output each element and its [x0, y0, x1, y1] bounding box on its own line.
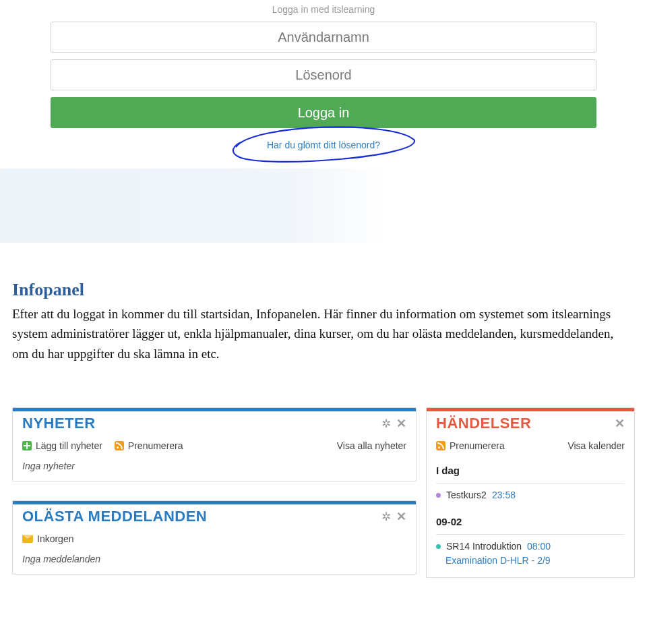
event-sub-link[interactable]: Examination D-HLR - 2/9: [445, 555, 551, 566]
password-input[interactable]: [51, 59, 596, 90]
decorative-banner: [0, 169, 647, 243]
plus-icon: [22, 441, 32, 450]
document-section: Infopanel Efter att du loggat in kommer …: [0, 243, 647, 370]
event-name: SR14 Introduktion: [446, 541, 522, 552]
event-group-heading: 09-02: [436, 516, 625, 531]
subscribe-events-label: Prenumerera: [450, 440, 505, 451]
gear-icon[interactable]: ✲: [381, 511, 391, 523]
events-panel: HÄNDELSER ✕ Prenumerera Visa kalender I …: [426, 407, 635, 578]
event-color-dot: [436, 544, 441, 549]
news-panel: NYHETER ✲ ✕ Lägg till nyheter Prenumerer…: [12, 407, 417, 481]
inbox-link[interactable]: Inkorgen: [22, 533, 73, 544]
subscribe-news-label: Prenumerera: [128, 440, 183, 451]
rss-icon: [436, 441, 445, 450]
close-icon[interactable]: ✕: [615, 417, 625, 430]
event-item[interactable]: SR14 Introduktion08:00: [436, 539, 625, 554]
event-color-dot: [436, 493, 441, 498]
news-panel-title: NYHETER: [22, 415, 96, 432]
unread-panel-title: OLÄSTA MEDDELANDEN: [22, 508, 207, 525]
show-calendar-link[interactable]: Visa kalender: [567, 440, 625, 451]
show-all-news-link[interactable]: Visa alla nyheter: [337, 440, 406, 451]
event-time-link[interactable]: 08:00: [527, 541, 551, 552]
event-group-heading: I dag: [436, 465, 625, 480]
login-card: Logga in med itslearning Logga in Har du…: [0, 0, 647, 155]
subscribe-news-link[interactable]: Prenumerera: [115, 440, 183, 451]
events-list: I dagTestkurs223:5809-02SR14 Introduktio…: [436, 465, 625, 568]
event-sub-item[interactable]: Examination D-HLR - 2/9: [445, 554, 625, 568]
events-panel-title: HÄNDELSER: [436, 415, 531, 432]
forgot-password-link[interactable]: Har du glömt ditt lösenord?: [267, 140, 380, 150]
news-empty-message: Inga nyheter: [22, 461, 406, 471]
forgot-password-area: Har du glömt ditt lösenord?: [51, 132, 596, 155]
login-button[interactable]: Logga in: [51, 97, 596, 128]
panels-grid: NYHETER ✲ ✕ Lägg till nyheter Prenumerer…: [0, 370, 647, 578]
event-name: Testkurs2: [446, 490, 487, 500]
rss-icon: [115, 441, 124, 450]
unread-panel: OLÄSTA MEDDELANDEN ✲ ✕ Inkorgen Inga med…: [12, 500, 417, 575]
inbox-label: Inkorgen: [37, 533, 73, 544]
add-news-label: Lägg till nyheter: [36, 440, 102, 451]
section-heading: Infopanel: [12, 280, 635, 300]
unread-empty-message: Inga meddelanden: [22, 554, 406, 564]
mail-icon: [22, 535, 33, 543]
subscribe-events-link[interactable]: Prenumerera: [436, 440, 505, 451]
close-icon[interactable]: ✕: [396, 417, 406, 430]
username-input[interactable]: [51, 22, 596, 53]
login-title: Logga in med itslearning: [51, 0, 596, 22]
divider: [436, 483, 625, 484]
event-time-link[interactable]: 23:58: [492, 490, 516, 500]
close-icon[interactable]: ✕: [396, 510, 406, 523]
add-news-link[interactable]: Lägg till nyheter: [22, 440, 102, 451]
divider: [436, 534, 625, 535]
section-body: Efter att du loggat in kommer du till st…: [12, 304, 625, 363]
gear-icon[interactable]: ✲: [381, 418, 391, 430]
event-item[interactable]: Testkurs223:58: [436, 488, 625, 502]
